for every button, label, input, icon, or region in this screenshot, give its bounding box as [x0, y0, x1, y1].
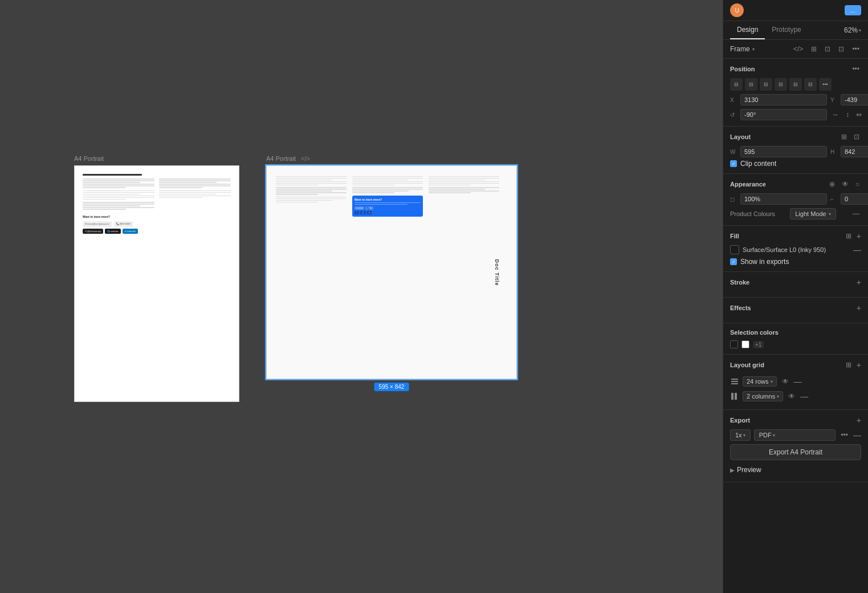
tab-prototype[interactable]: Prototype — [765, 21, 808, 39]
effects-title: Effects — [730, 304, 751, 311]
product-colours-row: Product Colours Light Mode ▾ — — [730, 208, 861, 220]
preview-row[interactable]: ▶ Preview — [730, 464, 861, 476]
selection-colors-more[interactable]: +1 — [753, 341, 764, 348]
opacity-input[interactable] — [740, 193, 827, 205]
corner-input-group: ⌐ — [830, 193, 868, 205]
frame-title[interactable]: Frame ▾ — [730, 45, 755, 53]
show-exports-checkbox[interactable]: ✓ — [730, 258, 737, 265]
columns-remove-button[interactable]: — — [800, 392, 808, 401]
tab-design[interactable]: Design — [730, 21, 765, 39]
clip-checkbox[interactable]: ✓ — [730, 160, 737, 167]
y-input[interactable] — [841, 94, 868, 105]
flip-v-icon[interactable]: ↕ — [844, 110, 851, 119]
selection-colors-section: Selection colors +1 — [723, 323, 868, 355]
align-center-h-btn[interactable]: ⊟ — [745, 78, 757, 91]
more-options-icon[interactable]: ••• — [850, 44, 861, 54]
corner-input[interactable] — [841, 193, 868, 205]
x-input-row: X — [730, 94, 827, 105]
w-label: W — [730, 149, 738, 155]
grid-view-icon[interactable]: ⊞ — [809, 44, 818, 54]
columns-icon — [730, 392, 739, 401]
align-more-btn[interactable]: ••• — [819, 78, 832, 91]
flip-h-icon[interactable]: ↔ — [830, 110, 841, 119]
effects-add-button[interactable]: + — [857, 303, 861, 312]
position-title: Position — [730, 66, 755, 72]
grid-columns-row: 2 columns ▾ 👁 — — [730, 389, 861, 404]
align-right-btn[interactable]: ⊟ — [760, 78, 772, 91]
publish-button[interactable]: ... — [845, 5, 861, 15]
export-format-dropdown[interactable]: PDF ▾ — [754, 429, 836, 441]
layout-table-icon[interactable]: ⊡ — [852, 132, 861, 141]
appearance-circle-icon[interactable]: ○ — [854, 180, 861, 189]
panel-header: U ... — [723, 0, 868, 21]
selection-colors-row: +1 — [730, 340, 861, 348]
export-scale-dropdown[interactable]: 1x ▾ — [730, 429, 751, 441]
product-colours-label: Product Colours — [730, 210, 775, 217]
rows-remove-button[interactable]: — — [794, 377, 802, 386]
fill-remove-button[interactable]: — — [853, 245, 861, 254]
rows-eye-icon[interactable]: 👁 — [780, 377, 790, 386]
stroke-title: Stroke — [730, 279, 749, 286]
align-bottom-btn[interactable]: ⊟ — [804, 78, 817, 91]
align-top-btn[interactable]: ⊟ — [775, 78, 787, 91]
export-add-button[interactable]: + — [857, 416, 861, 425]
fill-header: Fill ⊞ + — [730, 231, 861, 241]
fill-add-button[interactable]: + — [857, 231, 861, 241]
avatar: U — [730, 3, 744, 17]
align-left-btn[interactable]: ⊟ — [730, 78, 743, 91]
distribute-icon[interactable]: ⇔ — [854, 110, 863, 119]
layout-grid-icon[interactable]: ⊞ — [840, 132, 849, 141]
columns-eye-icon[interactable]: 👁 — [787, 392, 797, 401]
export-header: Export + — [730, 416, 861, 425]
fill-grid-icon[interactable]: ⊞ — [844, 231, 853, 241]
code-view-icon[interactable]: </> — [792, 44, 805, 54]
appearance-title: Appearance — [730, 181, 766, 188]
export-more-icon[interactable]: ••• — [839, 430, 850, 440]
show-exports-row: ✓ Show in exports — [730, 258, 861, 266]
layout-grid-section: Layout grid ⊞ + 24 rows ▾ 👁 — — [723, 355, 868, 410]
y-input-row: Y — [830, 94, 868, 105]
right-panel: U ... Design Prototype 62% ▾ Frame ▾ </>… — [723, 0, 868, 593]
export-options-row: 1x ▾ PDF ▾ ••• — — [730, 429, 861, 441]
rows-dropdown[interactable]: 24 rows ▾ — [743, 376, 777, 387]
opacity-input-group: ◻ — [730, 193, 827, 205]
selection-colors-title: Selection colors — [730, 329, 779, 336]
x-input[interactable] — [740, 94, 827, 105]
columns-dropdown[interactable]: 2 columns ▾ — [743, 391, 783, 401]
height-input[interactable] — [841, 146, 868, 157]
product-colours-minus[interactable]: — — [851, 209, 861, 218]
position-more-icon[interactable]: ••• — [850, 64, 861, 74]
target-icon[interactable]: ⊡ — [823, 44, 832, 54]
rotation-field[interactable] — [740, 109, 827, 120]
show-exports-label: Show in exports — [740, 258, 789, 266]
h-label: H — [830, 149, 838, 155]
export-title: Export — [730, 417, 750, 424]
zoom-display[interactable]: 62% ▾ — [844, 26, 861, 34]
light-mode-dropdown[interactable]: Light Mode ▾ — [790, 208, 836, 220]
position-grid: X Y — [730, 94, 861, 105]
code-icon: </> — [301, 155, 310, 162]
width-input-group: W — [730, 146, 827, 157]
canvas[interactable]: A4 Portrait — [0, 0, 723, 593]
fill-color-swatch[interactable] — [730, 245, 739, 254]
share-icon[interactable]: ⊡ — [837, 44, 846, 54]
layout-grid-add-button[interactable]: + — [857, 360, 861, 369]
appearance-eye-icon[interactable]: 👁 — [840, 180, 850, 189]
layout-grid-add-icon[interactable]: ⊞ — [844, 360, 853, 369]
export-remove-button[interactable]: — — [853, 430, 861, 440]
selection-color-1[interactable] — [730, 340, 738, 348]
rotation-row: ↺ ↔ ↕ ⇔ — [730, 109, 861, 120]
width-input[interactable] — [740, 146, 827, 157]
export-button[interactable]: Export A4 Portrait — [730, 444, 861, 460]
frame2-label: A4 Portrait </> — [266, 155, 310, 162]
selection-colors-header: Selection colors — [730, 329, 861, 336]
effects-header: Effects + — [730, 303, 861, 312]
selection-color-2[interactable] — [741, 340, 749, 348]
align-center-v-btn[interactable]: ⊟ — [789, 78, 802, 91]
opacity-corner-row: ◻ ⌐ ⊡ — [730, 193, 861, 205]
appearance-add-icon[interactable]: ⊕ — [828, 180, 837, 189]
frame1[interactable]: Want to learn more? ✉ name@company.com 📞… — [74, 165, 239, 402]
frame2[interactable]: Doc Title — [266, 165, 517, 379]
stroke-add-button[interactable]: + — [857, 278, 861, 287]
effects-section: Effects + — [723, 298, 868, 323]
